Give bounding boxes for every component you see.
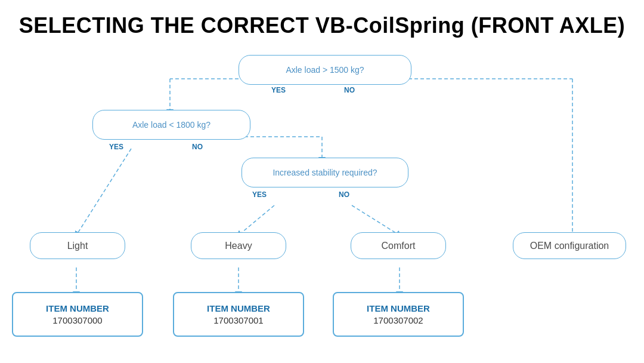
svg-line-7 [239, 205, 274, 235]
decision3-no-label: NO [339, 190, 349, 199]
result-oem: OEM configuration [513, 232, 626, 259]
result-comfort: Comfort [351, 232, 446, 259]
decision-box-1: Axle load > 1500 kg? [239, 55, 411, 85]
item-box-1: ITEM NUMBER 1700307001 [173, 292, 304, 337]
decision3-yes-label: YES [252, 190, 267, 199]
result-heavy: Heavy [191, 232, 286, 259]
diagram-area: .dashed-line { stroke: #5aacdc; stroke-w… [0, 44, 644, 343]
decision-box-2: Axle load < 1800 kg? [92, 110, 250, 140]
decision1-no-label: NO [344, 86, 355, 94]
item-box-2: ITEM NUMBER 1700307002 [333, 292, 464, 337]
decision1-yes-label: YES [271, 86, 286, 94]
decision-box-3: Increased stability required? [242, 158, 408, 187]
decision2-yes-label: YES [109, 143, 123, 151]
svg-line-4 [76, 149, 131, 235]
item-box-0: ITEM NUMBER 1700307000 [12, 292, 143, 337]
decision2-no-label: NO [192, 143, 203, 151]
svg-line-8 [352, 205, 400, 235]
page-title: SELECTING THE CORRECT VB-CoilSpring (FRO… [0, 0, 644, 44]
result-light: Light [30, 232, 125, 259]
